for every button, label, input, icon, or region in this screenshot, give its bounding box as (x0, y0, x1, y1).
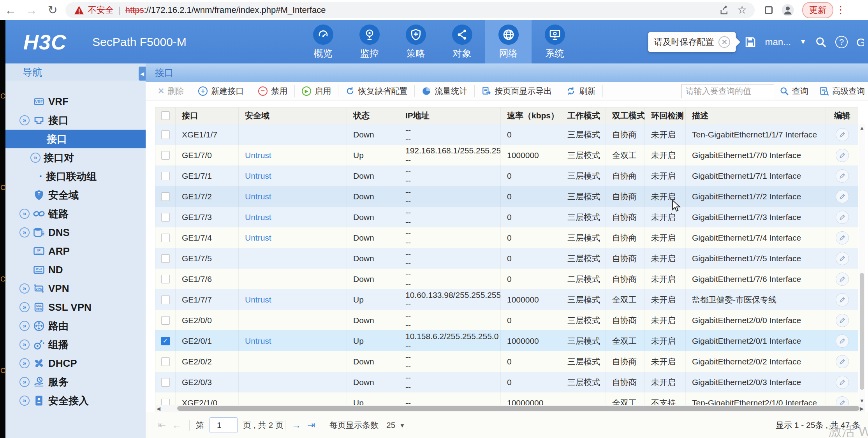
horizontal-scrollbar[interactable]: ◀ ▶ (155, 405, 865, 412)
sidebar-collapse-icon[interactable]: ◀ (139, 67, 146, 81)
edit-pencil-icon[interactable] (836, 314, 849, 327)
table-row-GE2/0/2[interactable]: GE2/0/2Down----0三层模式自协商未开启GigabitEtherne… (155, 351, 858, 372)
last-page-icon[interactable]: ⇥ (307, 420, 315, 431)
column-header-速率（kbps）[interactable]: 速率（kbps） (501, 107, 561, 124)
column-header-编辑[interactable]: 编辑 (826, 107, 858, 124)
edit-pencil-icon[interactable] (836, 355, 849, 368)
browser-forward-icon[interactable]: → (21, 4, 42, 17)
table-row-GE2/0/0[interactable]: GE2/0/0Down----0三层模式自协商未开启GigabitEtherne… (155, 310, 858, 331)
horizontal-scrollbar-thumb[interactable] (177, 406, 859, 411)
nav-item-监控[interactable]: 监控 (346, 20, 393, 63)
toolbar-button-刷新[interactable]: 刷新 (559, 85, 603, 97)
edit-pencil-icon[interactable] (836, 128, 849, 141)
sidebar-item-VPN[interactable]: »VPNVPN (5, 279, 146, 298)
table-row-GE1/7/5[interactable]: GE1/7/5Down----0三层模式自协商未开启GigabitEtherne… (155, 248, 858, 269)
nav-item-策略[interactable]: 策略 (393, 20, 439, 63)
sidebar-item-DNS[interactable]: »DNS (5, 223, 146, 242)
sidebar-item-DHCP[interactable]: »DHCP (5, 354, 146, 373)
browser-update-button[interactable]: 更新 (802, 2, 833, 18)
table-row-GE2/0/1[interactable]: ✓GE2/0/1UntrustUp10.158.6.2/255.255.255.… (155, 331, 858, 351)
table-row-XGE1/1/7[interactable]: XGE1/1/7Down----0三层模式自协商未开启Ten-GigabitEt… (155, 124, 858, 145)
edit-pencil-icon[interactable] (836, 211, 849, 224)
edit-pencil-icon[interactable] (836, 376, 849, 389)
browser-reload-icon[interactable]: ↻ (42, 3, 63, 17)
vertical-scrollbar[interactable]: ▲ ▼ (859, 124, 865, 405)
address-bar[interactable]: 不安全 | https ://172.16.2.1/wnm/frame/inde… (65, 2, 755, 18)
sidebar-item-ND[interactable]: IPv6ND (5, 260, 146, 279)
zone-link[interactable]: Untrust (245, 151, 271, 160)
sidebar-item-安全域[interactable]: T安全域 (5, 186, 146, 204)
next-page-icon[interactable]: → (292, 420, 301, 431)
column-header-描述[interactable]: 描述 (686, 107, 826, 124)
profile-icon[interactable] (781, 4, 794, 17)
toolbar-button-恢复缺省配置[interactable]: 恢复缺省配置 (338, 85, 415, 97)
edit-pencil-icon[interactable] (836, 169, 849, 183)
per-page-value[interactable]: 25 (386, 420, 395, 430)
expand-chevron-icon[interactable]: » (19, 339, 30, 350)
table-row-XGE2/1/0[interactable]: XGE2/1/0Up--10000000全双工不支持Ten-GigabitEth… (155, 392, 858, 405)
share-icon[interactable] (719, 5, 730, 16)
nav-item-对象[interactable]: 对象 (439, 20, 485, 63)
expand-chevron-icon[interactable]: » (19, 209, 30, 219)
row-checkbox[interactable] (161, 399, 170, 406)
row-checkbox[interactable] (161, 378, 170, 387)
advanced-search-button[interactable]: 高级查询 (820, 86, 865, 97)
expand-chevron-icon[interactable]: » (30, 153, 40, 163)
row-checkbox[interactable] (161, 275, 170, 283)
table-row-GE1/7/7[interactable]: GE1/7/7UntrustUp10.60.133.98/255.255.255… (155, 289, 858, 310)
toolbar-button-禁用[interactable]: −禁用 (251, 85, 295, 97)
sidebar-item-链路[interactable]: »链路 (5, 204, 146, 223)
nav-item-系统[interactable]: 系统 (532, 20, 578, 63)
sidebar-item-路由[interactable]: »路由 (5, 317, 146, 335)
expand-chevron-icon[interactable]: » (19, 302, 30, 312)
row-checkbox[interactable] (161, 213, 170, 222)
row-checkbox[interactable] (161, 172, 170, 180)
sidebar-item-接口[interactable]: »接口 (5, 111, 146, 130)
row-checkbox[interactable] (161, 357, 170, 366)
search-input[interactable] (681, 84, 774, 98)
logout-icon[interactable]: G (856, 36, 864, 48)
prev-page-icon[interactable]: ← (172, 420, 181, 431)
edit-pencil-icon[interactable] (836, 396, 849, 406)
column-header-IP地址[interactable]: IP地址 (399, 107, 501, 124)
expand-chevron-icon[interactable]: » (19, 321, 30, 331)
scroll-left-icon[interactable]: ◀ (155, 406, 162, 412)
table-row-GE1/7/0[interactable]: GE1/7/0UntrustUp192.168.168.1/255.255.25… (155, 145, 858, 165)
current-user[interactable]: man... (765, 37, 791, 47)
expand-chevron-icon[interactable]: » (19, 377, 30, 387)
user-menu-caret-icon[interactable]: ▼ (799, 38, 806, 46)
row-checkbox[interactable]: ✓ (161, 337, 170, 345)
edit-pencil-icon[interactable] (836, 293, 849, 306)
expand-chevron-icon[interactable]: » (19, 396, 30, 406)
sidebar-item-服务[interactable]: »服务 (5, 373, 146, 391)
zone-link[interactable]: Untrust (245, 171, 271, 181)
tab-group-icon[interactable] (765, 6, 773, 14)
expand-chevron-icon[interactable]: » (19, 358, 30, 368)
table-row-GE1/7/6[interactable]: GE1/7/6Down----0二层模式自协商未开启GigabitEtherne… (155, 269, 858, 289)
scroll-down-icon[interactable]: ▼ (859, 398, 865, 404)
zone-link[interactable]: Untrust (245, 295, 271, 304)
column-header-双工模式[interactable]: 双工模式 (606, 107, 645, 124)
table-row-GE1/7/2[interactable]: GE1/7/2UntrustDown----0三层模式自协商未开启Gigabit… (155, 186, 858, 207)
zone-link[interactable]: Untrust (245, 336, 271, 346)
column-header-工作模式[interactable]: 工作模式 (561, 107, 606, 124)
sidebar-item-接口对[interactable]: »接口对 (5, 148, 146, 167)
column-header-状态[interactable]: 状态 (347, 107, 399, 124)
column-header-环回检测[interactable]: 环回检测 (645, 107, 686, 124)
browser-back-icon[interactable]: ← (0, 4, 21, 17)
nav-item-网络[interactable]: 网络 (485, 20, 532, 63)
bookmark-star-icon[interactable]: ☆ (737, 4, 747, 16)
sidebar-item-ARP[interactable]: IPARP (5, 242, 146, 260)
table-row-GE1/7/1[interactable]: GE1/7/1UntrustDown----0三层模式自协商未开启Gigabit… (155, 165, 858, 186)
tooltip-close-icon[interactable]: ✕ (718, 36, 730, 48)
sidebar-item-VRF[interactable]: VRFVRF (5, 92, 146, 111)
expand-chevron-icon[interactable]: » (19, 283, 30, 294)
vertical-scrollbar-thumb[interactable] (860, 273, 864, 390)
zone-link[interactable]: Untrust (245, 233, 271, 243)
edit-pencil-icon[interactable] (836, 231, 849, 245)
zone-link[interactable]: Untrust (245, 213, 271, 222)
column-header-接口[interactable]: 接口 (176, 107, 239, 124)
per-page-caret-icon[interactable]: ▼ (399, 422, 405, 429)
edit-pencil-icon[interactable] (836, 273, 849, 286)
save-config-icon[interactable] (745, 36, 756, 48)
